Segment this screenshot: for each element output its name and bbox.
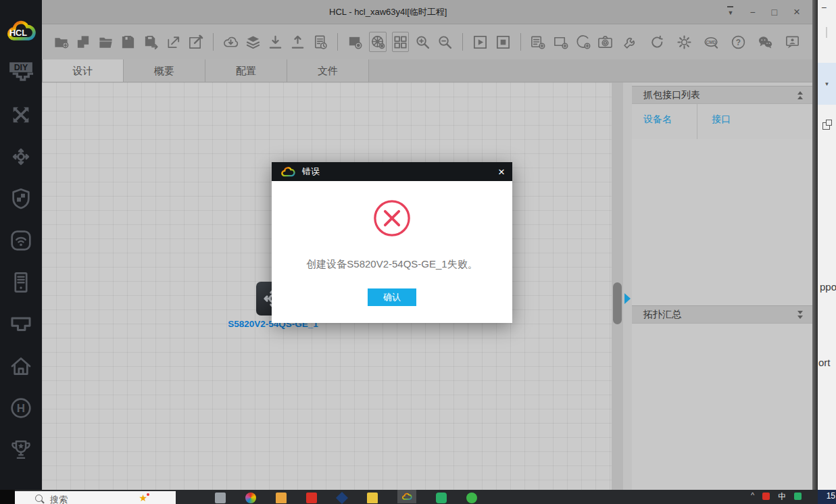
start-button[interactable]: [472, 32, 489, 52]
canvas-scrollbar[interactable]: [612, 82, 623, 490]
grid-layout-button[interactable]: [392, 32, 409, 52]
home-button[interactable]: [5, 353, 37, 380]
browser-app-icon[interactable]: [245, 493, 256, 503]
zoom-in-button[interactable]: [414, 32, 431, 52]
window-title: HCL - hcl_xaw63y4l[临时工程]: [42, 6, 727, 18]
bg-divider: [826, 27, 827, 38]
add-rect-button[interactable]: [552, 32, 569, 52]
grid-layout-icon: [393, 34, 408, 50]
router-button[interactable]: [5, 143, 37, 170]
cmd-button[interactable]: CMD: [701, 32, 721, 52]
close-button[interactable]: ×: [793, 7, 800, 17]
overview-globe-icon: [370, 34, 386, 50]
diy-button[interactable]: DIY: [5, 59, 37, 86]
topology-panel-header[interactable]: 拓扑汇总: [632, 305, 812, 324]
tab-summary[interactable]: 概要: [124, 59, 205, 82]
system-tray: ^ 中: [747, 490, 818, 504]
zoom-out-icon: [437, 34, 453, 50]
toolbar-separator: [520, 33, 521, 51]
ime-indicator[interactable]: 中: [778, 491, 786, 503]
save-as-button[interactable]: [143, 32, 159, 52]
taskbar: 搜索 ★ ^ 中 15: [0, 490, 836, 504]
edit-icon: [188, 34, 203, 50]
confirm-button[interactable]: 确认: [368, 288, 416, 306]
add-curve-icon: [575, 34, 591, 50]
taskbar-apps: [176, 490, 747, 504]
new-project-button[interactable]: [53, 32, 70, 52]
router-icon: [9, 145, 32, 168]
toolbar-separator: [462, 33, 463, 51]
tab-bar: 设计概要配置文件: [42, 59, 812, 82]
wireless-button[interactable]: [5, 227, 37, 254]
trophy-button[interactable]: [5, 436, 37, 463]
wechat-app-icon[interactable]: [436, 493, 447, 503]
minimize-button[interactable]: −: [749, 7, 755, 17]
wechat-button[interactable]: [755, 32, 775, 52]
start-icon: [472, 34, 488, 50]
mail-app-icon[interactable]: [336, 492, 348, 504]
folder-app-icon[interactable]: [276, 493, 287, 503]
export-button[interactable]: [165, 32, 182, 52]
layers-button[interactable]: [245, 32, 262, 52]
h3c-button[interactable]: H: [5, 395, 37, 422]
tray-expand-icon[interactable]: ^: [751, 491, 754, 499]
office-app-icon[interactable]: [306, 493, 317, 503]
dialog-close-button[interactable]: ×: [498, 166, 505, 178]
expand-panel-arrow-icon[interactable]: [624, 293, 631, 304]
capture-table-body: [632, 139, 812, 305]
settings-button[interactable]: [674, 32, 694, 52]
feedback-icon: [785, 34, 800, 50]
notes-app-icon[interactable]: [367, 493, 378, 503]
hcl-app-icon[interactable]: [397, 490, 416, 503]
expand-arrows-icon: [9, 103, 32, 126]
stop-button[interactable]: [494, 32, 511, 52]
device-doc-icon: [312, 34, 328, 50]
edit-button[interactable]: [187, 32, 204, 52]
tab-config[interactable]: 配置: [205, 59, 287, 82]
zoom-out-button[interactable]: [437, 32, 453, 52]
upload-button[interactable]: [289, 32, 306, 52]
add-note-button[interactable]: [529, 32, 546, 52]
add-curve-button[interactable]: [574, 32, 591, 52]
scrollbar-thumb[interactable]: [613, 282, 622, 324]
keyboard-app-icon[interactable]: [215, 493, 226, 503]
reset-button[interactable]: [647, 32, 667, 52]
cloud-download-button[interactable]: [222, 32, 239, 52]
help-button[interactable]: ?: [728, 32, 748, 52]
help-icon: ?: [731, 34, 746, 50]
uc-app-icon[interactable]: [466, 493, 477, 503]
firewall-button[interactable]: [5, 185, 37, 212]
hcl-logo-button[interactable]: HCL: [5, 18, 37, 45]
trophy-icon: [9, 438, 32, 461]
screenshot-button[interactable]: [597, 32, 614, 52]
tab-design[interactable]: 设计: [42, 59, 124, 82]
overview-globe-button[interactable]: [369, 32, 386, 52]
server-button[interactable]: [5, 269, 37, 296]
titlebar: HCL - hcl_xaw63y4l[临时工程] ▼−□×: [42, 0, 812, 24]
download-button[interactable]: [267, 32, 284, 52]
capture-panel-header[interactable]: 抓包接口列表: [632, 86, 812, 104]
bg-partial-text-top: ppo: [820, 281, 836, 293]
bg-partial-text-bottom: ort: [818, 357, 831, 368]
bg-minimize-glyph: −: [821, 2, 827, 13]
taskbar-search-box[interactable]: 搜索 ★: [15, 490, 176, 504]
open-project-button[interactable]: [75, 32, 92, 52]
feedback-button[interactable]: [782, 32, 802, 52]
tray-app-icon[interactable]: [762, 493, 770, 500]
image-preview-button[interactable]: [347, 32, 364, 52]
maximize-button[interactable]: □: [772, 7, 777, 17]
tab-file[interactable]: 文件: [287, 59, 369, 82]
tray-app2-icon[interactable]: [794, 493, 802, 500]
device-doc-button[interactable]: [312, 32, 328, 52]
toolbar-collapse-button[interactable]: ▼: [727, 6, 733, 18]
tools-button[interactable]: [620, 32, 640, 52]
dialog-titlebar: 错误 ×: [272, 162, 512, 181]
taskbar-clock[interactable]: 15: [818, 490, 836, 504]
save-button[interactable]: [120, 32, 137, 52]
right-panel: 抓包接口列表 设备名 接口 拓扑汇总: [632, 82, 812, 490]
open-folder-button[interactable]: [97, 32, 114, 52]
expand-arrows-button[interactable]: [5, 101, 37, 128]
hcl-application: HCL - hcl_xaw63y4l[临时工程] ▼−□× CMD? 设计概要配…: [0, 0, 836, 504]
start-button-area[interactable]: [0, 490, 15, 504]
terminal-button[interactable]: [5, 311, 37, 338]
